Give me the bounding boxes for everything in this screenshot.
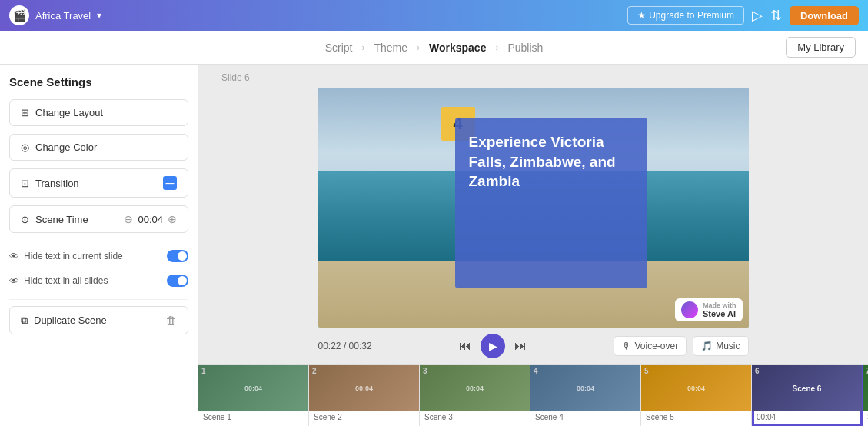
main-layout: Scene Settings ⊞ Change Layout ◎ Change … bbox=[0, 65, 868, 426]
film-item-2[interactable]: 2 00:04 Scene 2 bbox=[309, 365, 420, 426]
film-item-6[interactable]: 6 Scene 6 00:04 bbox=[752, 365, 863, 426]
trash-icon[interactable]: 🗑 bbox=[165, 314, 177, 327]
music-icon: 🎵 bbox=[701, 341, 713, 351]
color-icon: ◎ bbox=[21, 141, 29, 153]
upgrade-button[interactable]: ★ Upgrade to Premium bbox=[627, 6, 744, 25]
overlay-text: Experience Victoria Falls, Zimbabwe, and… bbox=[469, 132, 634, 191]
film-item-4[interactable]: 4 00:04 Scene 4 bbox=[530, 365, 641, 426]
film-thumb-7: 7 00:04 bbox=[863, 365, 868, 411]
music-button[interactable]: 🎵 Music bbox=[693, 336, 748, 356]
top-bar: 🎬 Africa Travel ▾ ★ Upgrade to Premium ▷… bbox=[0, 0, 868, 31]
film-item-5[interactable]: 5 00:04 Scene 5 bbox=[641, 365, 752, 426]
total-time: 00:32 bbox=[349, 341, 372, 351]
transition-row[interactable]: ⊡ Transition — bbox=[9, 168, 188, 198]
nav-arrow-2: › bbox=[417, 42, 420, 53]
layout-icon: ⊞ bbox=[21, 107, 29, 118]
share-button[interactable]: ⇅ bbox=[770, 7, 782, 24]
app-logo: 🎬 bbox=[9, 5, 29, 25]
film-thumb-1: 1 00:04 bbox=[198, 365, 308, 411]
mic-icon: 🎙 bbox=[622, 341, 631, 351]
voice-over-button[interactable]: 🎙 Voice-over bbox=[614, 336, 687, 356]
hide-text-current-row: 👁 Hide text in current slide bbox=[9, 244, 188, 268]
panel-title: Scene Settings bbox=[9, 75, 188, 88]
download-button[interactable]: Download bbox=[790, 6, 859, 25]
project-name: Africa Travel bbox=[35, 10, 91, 22]
eye-off-all-icon: 👁 bbox=[9, 275, 19, 287]
star-icon: ★ bbox=[637, 10, 646, 21]
duplicate-scene-row[interactable]: ⧉ Duplicate Scene 🗑 bbox=[9, 306, 188, 334]
nav-bar: Script › Theme › Workspace › Publish My … bbox=[0, 31, 868, 65]
change-color-row[interactable]: ◎ Change Color bbox=[9, 134, 188, 161]
time-decrease-button[interactable]: ⊖ bbox=[124, 213, 133, 225]
steve-ai-label: Steve AI bbox=[703, 309, 737, 318]
nav-arrow-1: › bbox=[361, 42, 364, 53]
film-thumb-6: 6 Scene 6 bbox=[752, 365, 862, 411]
chevron-down-icon: ▾ bbox=[97, 10, 101, 21]
hide-text-all-toggle[interactable] bbox=[167, 275, 188, 287]
film-thumb-5: 5 00:04 bbox=[641, 365, 751, 411]
film-scene-label-3: Scene 3 bbox=[424, 413, 453, 421]
film-scene-label-5: Scene 5 bbox=[646, 413, 674, 421]
transition-icon: ⊡ bbox=[21, 178, 29, 189]
nav-step-script[interactable]: Script bbox=[319, 38, 359, 57]
steve-logo bbox=[681, 301, 698, 318]
slide-overlay-box: Experience Victoria Falls, Zimbabwe, and… bbox=[455, 118, 647, 288]
film-thumb-4: 4 00:04 bbox=[530, 365, 640, 411]
slide-preview: 4 Experience Victoria Falls, Zimbabwe, a… bbox=[318, 88, 749, 328]
transition-badge: — bbox=[163, 176, 177, 190]
time-increase-button[interactable]: ⊕ bbox=[168, 213, 177, 225]
film-item-1[interactable]: 1 00:04 Scene 1 bbox=[198, 365, 309, 426]
skip-back-button[interactable]: ⏮ bbox=[459, 339, 471, 353]
center-area: Slide 6 4 Experience Victoria Falls, Zim… bbox=[198, 65, 868, 364]
time-display: 00:22 / 00:32 bbox=[318, 341, 372, 351]
hide-text-all-row: 👁 Hide text in all slides bbox=[9, 268, 188, 293]
play-button[interactable]: ▶ bbox=[481, 334, 505, 358]
slide-label: Slide 6 bbox=[221, 72, 250, 83]
nav-steps: Script › Theme › Workspace › Publish bbox=[319, 38, 550, 57]
scene-time-row: ⊙ Scene Time ⊖ 00:04 ⊕ bbox=[9, 205, 188, 233]
film-item-3[interactable]: 3 00:04 Scene 3 bbox=[420, 365, 530, 426]
nav-step-theme[interactable]: Theme bbox=[367, 38, 414, 57]
playback-bar: 00:22 / 00:32 ⏮ ▶ ⏭ 🎙 Voice-over 🎵 bbox=[318, 328, 749, 364]
my-library-button[interactable]: My Library bbox=[786, 37, 856, 58]
eye-off-icon: 👁 bbox=[9, 251, 19, 262]
film-scene-label-4: Scene 4 bbox=[535, 413, 564, 421]
film-item-7[interactable]: 7 00:04 Scene 7 bbox=[863, 365, 868, 426]
duplicate-icon: ⧉ bbox=[21, 315, 28, 327]
media-controls: 🎙 Voice-over 🎵 Music bbox=[614, 336, 748, 356]
film-thumb-2: 2 00:04 bbox=[309, 365, 419, 411]
nav-arrow-3: › bbox=[495, 42, 498, 53]
top-bar-right: ★ Upgrade to Premium ▷ ⇅ Download bbox=[627, 6, 859, 25]
time-value: 00:04 bbox=[138, 214, 163, 225]
left-panel: Scene Settings ⊞ Change Layout ◎ Change … bbox=[0, 65, 198, 426]
clock-icon: ⊙ bbox=[21, 214, 29, 225]
hide-text-current-toggle[interactable] bbox=[167, 250, 188, 262]
steve-ai-badge: Made with Steve AI bbox=[675, 298, 743, 321]
film-scene-label-1: Scene 1 bbox=[203, 413, 231, 421]
play-preview-button[interactable]: ▷ bbox=[752, 7, 763, 24]
top-bar-left: 🎬 Africa Travel ▾ bbox=[9, 5, 101, 25]
change-layout-button[interactable]: ⊞ Change Layout bbox=[9, 99, 188, 126]
made-with-label: Made with bbox=[703, 301, 737, 309]
skip-forward-button[interactable]: ⏭ bbox=[514, 339, 527, 353]
divider bbox=[9, 299, 188, 300]
filmstrip: 1 00:04 Scene 1 2 00:04 Scene 2 3 bbox=[198, 364, 868, 426]
film-thumb-3: 3 00:04 bbox=[420, 365, 530, 411]
film-scene-label-2: Scene 2 bbox=[314, 413, 342, 421]
nav-step-workspace[interactable]: Workspace bbox=[423, 38, 492, 57]
current-time: 00:22 bbox=[318, 341, 341, 351]
nav-step-publish[interactable]: Publish bbox=[501, 38, 549, 57]
film-scene-label-6: 00:04 bbox=[757, 413, 776, 421]
playback-controls: ⏮ ▶ ⏭ bbox=[459, 334, 527, 358]
